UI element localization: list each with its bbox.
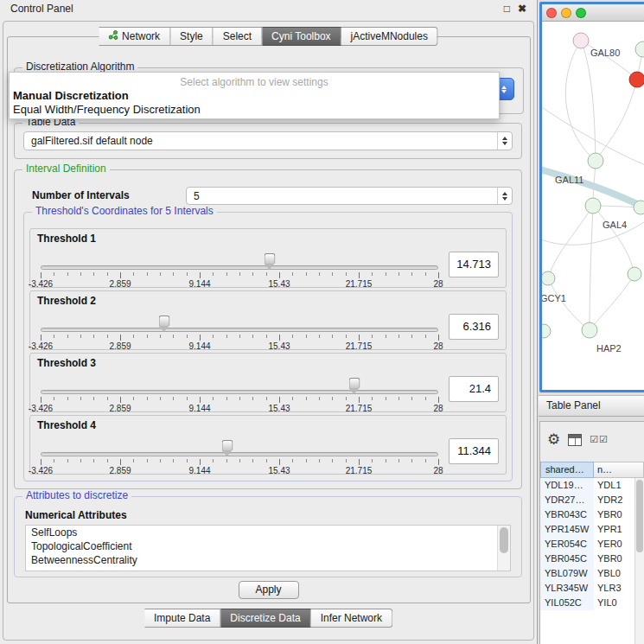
number-of-intervals-select[interactable]: 5 <box>186 187 513 205</box>
slider-thumb[interactable] <box>158 316 169 326</box>
cell-shared-name: YLR345W <box>540 581 594 596</box>
table-scrollbar[interactable] <box>634 478 644 644</box>
threshold-slider[interactable]: -3.4262.8599.14415.4321.71528 <box>41 291 438 349</box>
window-zoom-button[interactable] <box>576 8 586 18</box>
window-close-button[interactable] <box>546 8 557 18</box>
tab-label: Network <box>122 30 160 42</box>
network-node-label: HAP2 <box>596 343 622 354</box>
combo-stepper-icon[interactable] <box>497 188 512 204</box>
network-node-label: GAL11 <box>555 175 583 185</box>
network-canvas-area: GAL80GAL11GAL4GCY1HAP2 <box>542 22 644 390</box>
threshold-group: Threshold 2 -3.4262.8599.14415.4321.7152… <box>29 290 507 350</box>
tab-label: Impute Data <box>154 612 210 624</box>
table-toolbar: ⚙ ☑☑ <box>547 432 609 447</box>
column-header-shared-name[interactable]: shared… <box>540 462 594 478</box>
network-node-label: GAL80 <box>590 48 620 58</box>
bottom-tab[interactable]: Infer Network <box>311 609 392 628</box>
network-node[interactable] <box>582 322 597 338</box>
attribute-list-item[interactable]: TopologicalCoefficient <box>26 539 510 553</box>
attribute-list-item[interactable]: BetweennessCentrality <box>26 553 510 567</box>
scrollbar-thumb[interactable] <box>636 480 643 552</box>
slider-tick-labels: -3.4262.8599.14415.4321.71528 <box>41 341 438 351</box>
table-data-value: galFiltered.sif default node <box>31 132 153 150</box>
gear-icon[interactable]: ⚙ <box>547 432 560 447</box>
cell-shared-name: YBR043C <box>540 507 594 522</box>
cell-shared-name: YIL052C <box>540 596 594 610</box>
slider-thumb[interactable] <box>265 253 276 264</box>
table-header-row: shared… n… <box>540 462 644 478</box>
network-node[interactable] <box>585 198 601 214</box>
tab-label: Infer Network <box>321 612 382 624</box>
top-tab[interactable]: Select <box>214 27 262 46</box>
threshold-slider[interactable]: -3.4262.8599.14415.4321.71528 <box>41 229 438 287</box>
cell-shared-name: YER054C <box>540 537 594 552</box>
threshold-value-field[interactable]: 6.316 <box>449 314 499 340</box>
table-row[interactable]: YBR045C YBR0 <box>540 552 644 566</box>
network-node-label: GCY1 <box>542 293 566 303</box>
table-row[interactable]: YBL079W YBL0 <box>540 566 644 581</box>
network-node-label: GAL4 <box>603 220 627 230</box>
top-tab[interactable]: Network <box>99 27 170 46</box>
numerical-attributes-list: SelfLoopsTopologicalCoefficientBetweenne… <box>25 525 511 571</box>
attribute-list-item[interactable]: SelfLoops <box>26 526 510 539</box>
network-node[interactable] <box>628 267 641 281</box>
dropdown-option[interactable]: Manual Discretization <box>10 89 499 103</box>
float-panel-icon[interactable]: □ <box>504 3 510 15</box>
dropdown-option[interactable]: Equal Width/Frequency Discretization <box>10 103 499 117</box>
slider-thumb[interactable] <box>222 440 233 450</box>
network-node[interactable] <box>588 153 603 169</box>
tab-label: Select <box>223 30 252 42</box>
table-panel-title: Table Panel <box>539 395 644 417</box>
cell-shared-name: YDL19… <box>540 478 594 493</box>
network-node[interactable] <box>542 271 555 285</box>
group-legend: Discretization Algorithm <box>22 61 137 73</box>
top-tab[interactable]: jActiveMNodules <box>341 27 438 46</box>
tab-label: Cyni Toolbox <box>271 30 330 42</box>
slider-tick-labels: -3.4262.8599.14415.4321.71528 <box>41 404 438 413</box>
window-minimize-button[interactable] <box>561 8 571 18</box>
network-node[interactable] <box>542 324 551 338</box>
threshold-group: Threshold 1 -3.4262.8599.14415.4321.7152… <box>29 228 507 288</box>
bottom-tab[interactable]: Impute Data <box>144 609 220 628</box>
dropdown-placeholder: Select algorithm to view settings <box>10 75 499 89</box>
network-node[interactable] <box>629 72 644 87</box>
network-node[interactable] <box>634 201 644 214</box>
column-header-name[interactable]: n… <box>594 462 644 478</box>
table-row[interactable]: YLR345W YLR3 <box>540 581 644 596</box>
attributes-scrollbar[interactable] <box>497 526 510 571</box>
tab-label: jActiveMNodules <box>351 30 428 42</box>
threshold-value-field[interactable]: 11.344 <box>449 438 499 464</box>
top-tab[interactable]: Style <box>170 27 214 46</box>
threshold-slider[interactable]: -3.4262.8599.14415.4321.71528 <box>41 416 438 474</box>
table-rows: YDL19… YDL1 YDR27… YDR2 YBR043C YBR0 YPR… <box>540 478 644 644</box>
table-row[interactable]: YDR27… YDR2 <box>540 493 644 507</box>
top-tab[interactable]: Cyni Toolbox <box>262 27 341 46</box>
combo-stepper-icon[interactable] <box>497 132 512 150</box>
table-data-select[interactable]: galFiltered.sif default node <box>23 131 513 150</box>
close-panel-icon[interactable]: ✖ <box>518 3 526 15</box>
network-tab-icon <box>108 30 118 42</box>
network-node[interactable] <box>573 33 589 48</box>
table-panel-window: ⚙ ☑☑ shared… n… YDL19… YDL1 YDR27… YDR2 … <box>539 421 644 644</box>
numerical-attributes-label: Numerical Attributes <box>25 509 127 521</box>
control-panel: Control Panel □ ✖ Network Style Select <box>0 0 538 644</box>
table-row[interactable]: YDL19… YDL1 <box>540 478 644 493</box>
columns-icon[interactable] <box>568 434 582 446</box>
slider-thumb[interactable] <box>349 378 360 388</box>
number-of-intervals-value: 5 <box>194 188 200 204</box>
threshold-value-field[interactable]: 14.713 <box>449 252 499 277</box>
scrollbar-thumb[interactable] <box>500 527 508 553</box>
network-canvas[interactable]: GAL80GAL11GAL4GCY1HAP2 <box>542 22 644 390</box>
table-row[interactable]: YPR145W YPR1 <box>540 522 644 537</box>
table-row[interactable]: YIL052C YIL0 <box>540 596 644 610</box>
network-node[interactable] <box>635 41 644 57</box>
apply-button[interactable]: Apply <box>239 581 299 599</box>
table-row[interactable]: YER054C YER0 <box>540 537 644 552</box>
threshold-slider[interactable]: -3.4262.8599.14415.4321.71528 <box>41 354 438 411</box>
interval-definition-group: Interval Definition Number of Intervals … <box>14 169 522 489</box>
select-checkboxes-icon[interactable]: ☑☑ <box>590 434 609 445</box>
table-row[interactable]: YBR043C YBR0 <box>540 507 644 522</box>
group-legend: Attributes to discretize <box>22 489 131 501</box>
threshold-value-field[interactable]: 21.4 <box>449 376 499 402</box>
bottom-tab[interactable]: Discretize Data <box>220 609 310 628</box>
